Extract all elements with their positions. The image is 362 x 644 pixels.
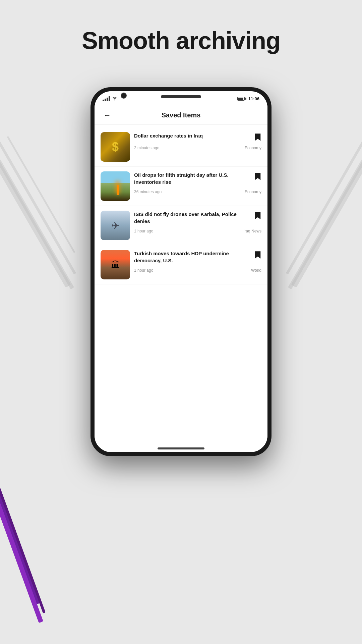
news-content: Dollar exchange rates in Iraq 2 minutes …	[134, 132, 261, 150]
list-item[interactable]: Turkish moves towards HDP undermine demo…	[95, 245, 267, 284]
list-item[interactable]: ISIS did not fly drones over Karbala, Po…	[95, 206, 267, 245]
status-bar: 11:06	[95, 91, 267, 106]
news-content: Turkish moves towards HDP undermine demo…	[134, 250, 261, 273]
news-title-row: Dollar exchange rates in Iraq	[134, 132, 261, 142]
thumbnail-image	[101, 250, 130, 279]
phone-speaker	[161, 95, 201, 98]
news-title: Dollar exchange rates in Iraq	[134, 132, 251, 139]
news-thumbnail	[101, 211, 130, 240]
app-header: ← Saved Items	[95, 106, 267, 125]
bookmark-icon[interactable]	[254, 211, 261, 220]
news-time: 2 minutes ago	[134, 146, 159, 150]
status-left	[103, 96, 117, 101]
news-meta: 2 minutes ago Economy	[134, 146, 261, 150]
news-meta: 36 minutes ago Economy	[134, 190, 261, 194]
page-heading: Smooth archiving	[0, 27, 362, 54]
header-title: Saved Items	[162, 111, 201, 119]
news-title-row: ISIS did not fly drones over Karbala, Po…	[134, 211, 261, 225]
news-thumbnail	[101, 132, 130, 162]
back-arrow-icon: ←	[104, 111, 111, 120]
thumbnail-image	[101, 171, 130, 201]
status-time: 11:06	[248, 96, 259, 101]
thumbnail-image	[101, 132, 130, 162]
news-category: Economy	[245, 146, 261, 150]
bookmark-icon[interactable]	[254, 172, 261, 181]
news-category: World	[251, 268, 261, 273]
list-item[interactable]: Dollar exchange rates in Iraq 2 minutes …	[95, 127, 267, 167]
bookmark-icon[interactable]	[254, 133, 261, 142]
news-time: 36 minutes ago	[134, 190, 162, 194]
news-title: Turkish moves towards HDP undermine demo…	[134, 250, 251, 264]
signal-icon	[103, 96, 110, 101]
news-title-row: Turkish moves towards HDP undermine demo…	[134, 250, 261, 264]
bookmark-icon[interactable]	[254, 251, 261, 259]
news-category: Iraq News	[243, 229, 261, 233]
phone-bottom-bar	[158, 447, 204, 449]
phone-camera	[121, 93, 127, 99]
news-meta: 1 hour ago Iraq News	[134, 229, 261, 233]
news-title: ISIS did not fly drones over Karbala, Po…	[134, 211, 251, 225]
battery-icon	[237, 97, 246, 101]
back-button[interactable]: ←	[101, 109, 113, 121]
status-right: 11:06	[237, 96, 259, 101]
news-title-row: Oil drops for fifth straight day after U…	[134, 171, 261, 185]
thumbnail-image	[101, 211, 130, 240]
news-time: 1 hour ago	[134, 268, 153, 273]
saved-items-list: Dollar exchange rates in Iraq 2 minutes …	[95, 125, 267, 452]
news-meta: 1 hour ago World	[134, 268, 261, 273]
news-title: Oil drops for fifth straight day after U…	[134, 171, 251, 185]
news-content: ISIS did not fly drones over Karbala, Po…	[134, 211, 261, 233]
news-thumbnail	[101, 171, 130, 201]
news-thumbnail	[101, 250, 130, 279]
news-category: Economy	[245, 190, 261, 194]
news-time: 1 hour ago	[134, 229, 153, 233]
phone-screen: 11:06 ← Saved Items Dollar exchange rate…	[95, 91, 267, 452]
page-title: Smooth archiving	[0, 27, 362, 54]
phone-frame: 11:06 ← Saved Items Dollar exchange rate…	[90, 87, 272, 456]
wifi-icon	[112, 96, 117, 101]
list-item[interactable]: Oil drops for fifth straight day after U…	[95, 167, 267, 206]
news-content: Oil drops for fifth straight day after U…	[134, 171, 261, 194]
